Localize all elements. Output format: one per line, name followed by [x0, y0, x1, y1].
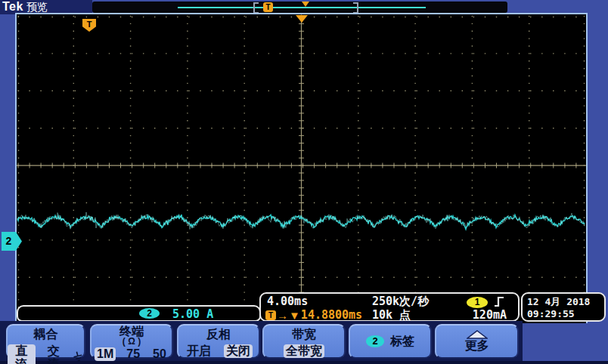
trigger-delay-value: 14.8800ms	[301, 308, 362, 322]
menu-button-termination[interactable]: 终端 ( Ω ) 1M 75 50	[90, 324, 173, 359]
coupling-option-dc: 直流	[8, 344, 36, 364]
window-bracket-right	[353, 2, 358, 14]
trigger-marker-glyph: ▼	[289, 309, 300, 322]
menu-button-coupling[interactable]: 耦合 直流 交流	[6, 324, 85, 359]
bottom-strip	[0, 361, 608, 364]
channel2-readout-box: 2 5.00 A	[17, 305, 261, 322]
termination-option-1m: 1M	[95, 347, 116, 361]
datetime-box: 12 4月 2018 09:29:55	[521, 292, 606, 322]
label-channel-badge: 2	[366, 335, 384, 347]
bandwidth-option-full: 全带宽	[284, 344, 324, 358]
coupling-title: 耦合	[8, 328, 84, 341]
time-readout: 09:29:55	[527, 308, 575, 319]
menu-button-more[interactable]: 更多	[435, 324, 519, 359]
termination-title: 终端	[92, 325, 172, 337]
channel2-scale-readout: 5.00 A	[172, 307, 213, 321]
invert-title: 反相	[178, 328, 259, 341]
date-readout: 12 4月 2018	[527, 295, 590, 309]
trigger-arrow: →	[277, 309, 288, 322]
invert-option-off: 关闭	[224, 344, 253, 358]
menu-button-invert[interactable]: 反相 开启 关闭	[177, 324, 260, 359]
termination-option-50: 50	[150, 347, 169, 361]
ground-icon	[72, 350, 84, 364]
trigger-level-readout: 120mA	[473, 308, 507, 322]
timebase-readout: 4.00ms	[267, 295, 308, 308]
trigger-position-icon[interactable]: T	[263, 2, 273, 12]
menu-button-label[interactable]: 2 标签	[349, 324, 432, 359]
trigger-delay-readout: T→▼14.8800ms	[265, 308, 362, 322]
trigger-source-badge: 1	[467, 297, 488, 308]
trigger-position-marker-icon[interactable]	[296, 15, 308, 23]
brand-logo: Tek	[2, 0, 23, 13]
sample-rate-readout: 250k次/秒	[372, 295, 429, 309]
label-title: 标签	[390, 335, 414, 348]
window-bracket-left	[253, 2, 259, 14]
menu-button-bandwidth[interactable]: 带宽 全带宽	[262, 324, 346, 359]
record-waveform-line	[178, 7, 426, 8]
expansion-point-icon	[302, 2, 309, 7]
invert-option-on: 开启	[185, 344, 213, 358]
termination-subtitle: ( Ω )	[92, 337, 172, 346]
trigger-t-icon: T	[265, 310, 276, 320]
coupling-option-ac: 交流	[40, 344, 68, 364]
more-title: 更多	[436, 339, 517, 352]
horizontal-trigger-readout-box: 4.00ms 250k次/秒 1 T→▼14.8800ms 10k 点 120m…	[259, 292, 520, 322]
graticule	[15, 13, 588, 323]
oscilloscope-screen: Tek预览 T T 2 2 5.00 A 4.00ms 250k次/秒 1 T→…	[0, 0, 608, 364]
channel2-badge: 2	[139, 308, 160, 319]
up-arrow-icon	[467, 330, 488, 339]
record-overview-bar: T	[92, 2, 507, 13]
acquisition-mode-label: 预览	[26, 1, 48, 13]
termination-option-75: 75	[124, 347, 142, 361]
bandwidth-title: 带宽	[264, 328, 344, 341]
